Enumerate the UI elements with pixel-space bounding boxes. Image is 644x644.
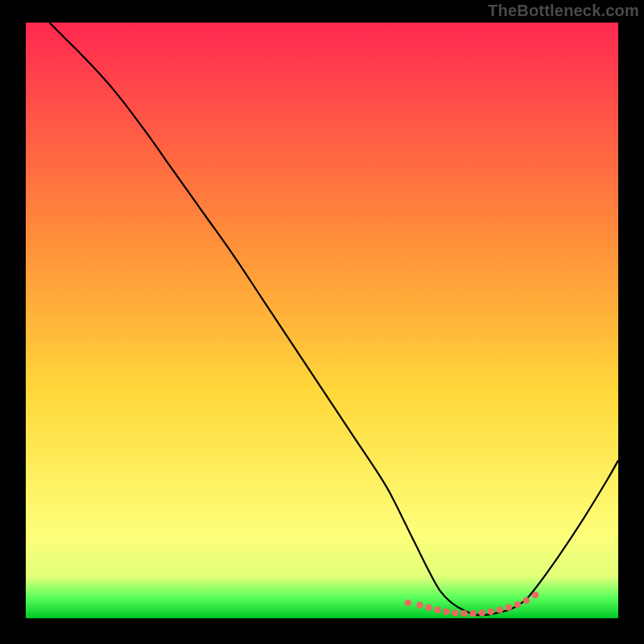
valley-dot bbox=[532, 592, 539, 598]
plot-area bbox=[26, 23, 618, 618]
valley-dot bbox=[416, 602, 423, 609]
valley-dot bbox=[514, 601, 521, 608]
valley-dot bbox=[488, 609, 494, 615]
valley-dot bbox=[452, 609, 459, 616]
gradient-background bbox=[26, 23, 618, 618]
chart-frame: TheBottleneck.com bbox=[0, 0, 644, 644]
valley-dot bbox=[461, 610, 468, 617]
valley-dot bbox=[434, 607, 440, 613]
valley-dot bbox=[405, 600, 411, 606]
valley-dot bbox=[497, 607, 503, 613]
valley-dot bbox=[470, 610, 477, 617]
valley-dot bbox=[425, 605, 431, 611]
valley-dot bbox=[523, 597, 530, 604]
valley-dot bbox=[506, 605, 512, 611]
valley-dot bbox=[479, 609, 485, 616]
valley-dot bbox=[443, 609, 449, 615]
watermark-text: TheBottleneck.com bbox=[488, 2, 639, 20]
bottleneck-chart bbox=[26, 23, 618, 618]
